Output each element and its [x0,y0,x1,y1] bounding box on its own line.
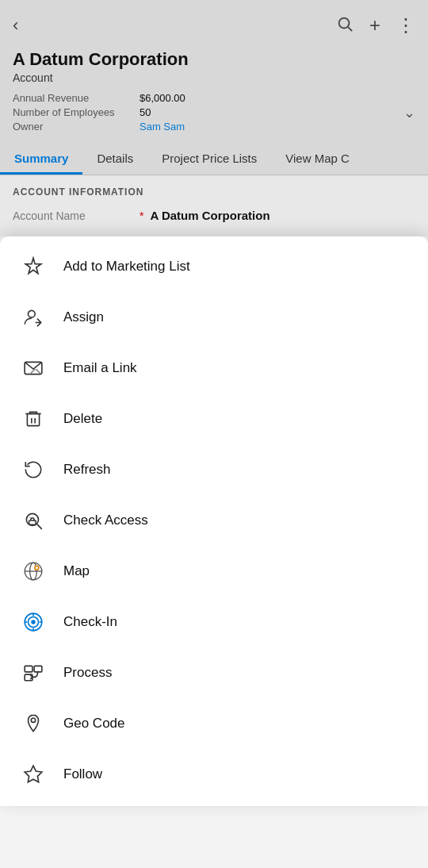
account-name-value: A Datum Corporation [150,209,269,222]
field-employees: Number of Employees 50 [13,106,415,118]
menu-label-check-in: Check-In [63,614,117,630]
menu-label-delete: Delete [63,411,102,427]
svg-point-0 [339,17,350,28]
check-access-icon [19,506,48,535]
svg-marker-27 [25,766,42,782]
context-menu: Add to Marketing List Assign Email a Lin… [0,236,428,806]
account-name-row: Account Name * A Datum Corporation [13,209,415,222]
email-icon [19,354,48,382]
field-value-revenue: $6,000.00 [139,92,185,104]
map-icon [19,557,48,586]
tab-view-map[interactable]: View Map C [271,144,364,175]
process-icon [19,659,48,687]
refresh-icon [19,455,48,484]
menu-item-geo-code[interactable]: Geo Code [0,698,428,749]
menu-label-check-access: Check Access [63,513,148,528]
svg-point-26 [31,718,35,722]
back-button[interactable]: ‹ [13,15,18,36]
check-in-icon [19,608,48,636]
more-options-icon[interactable]: ⋮ [396,14,415,36]
tabs-bar: Summary Details Project Price Lists View… [0,144,428,175]
svg-point-7 [26,513,38,525]
svg-rect-4 [27,414,39,426]
menu-item-email-a-link[interactable]: Email a Link [0,343,428,394]
svg-line-1 [348,27,352,31]
menu-item-process[interactable]: Process [0,647,428,698]
menu-label-email-a-link: Email a Link [63,360,137,376]
field-label-owner: Owner [13,121,139,133]
menu-label-add-to-marketing-list: Add to Marketing List [63,259,190,275]
account-header: A Datum Corporation Account Annual Reven… [0,44,428,144]
menu-item-delete[interactable]: Delete [0,394,428,444]
svg-rect-23 [25,666,32,672]
account-name-label: Account Name [13,209,139,222]
add-button[interactable]: + [369,14,380,36]
top-bar: ‹ + ⋮ [0,0,428,44]
field-value-employees: 50 [139,106,151,118]
field-value-owner[interactable]: Sam Sam [139,121,185,133]
field-label-revenue: Annual Revenue [13,92,139,104]
menu-label-map: Map [63,563,90,579]
tab-details[interactable]: Details [82,144,147,175]
account-info-section: ACCOUNT INFORMATION Account Name * A Dat… [0,175,428,236]
svg-point-18 [31,620,35,624]
svg-line-8 [37,524,42,529]
menu-label-follow: Follow [63,766,102,782]
tab-project-price-lists[interactable]: Project Price Lists [147,144,271,175]
follow-icon [19,760,48,789]
menu-item-check-access[interactable]: Check Access [0,495,428,546]
menu-item-check-in[interactable]: Check-In [0,597,428,647]
company-name: A Datum Corporation [13,49,415,70]
svg-point-15 [36,567,38,569]
svg-rect-10 [29,520,36,524]
tab-summary[interactable]: Summary [0,144,82,175]
entity-type: Account [13,71,415,84]
chevron-down-icon[interactable]: ⌄ [403,104,415,121]
field-owner: Owner Sam Sam [13,121,415,133]
geo-code-icon [19,709,48,738]
menu-item-assign[interactable]: Assign [0,292,428,343]
menu-label-geo-code: Geo Code [63,716,125,732]
menu-item-follow[interactable]: Follow [0,749,428,800]
search-icon[interactable] [336,15,353,36]
fields-row: Annual Revenue $6,000.00 Number of Emplo… [13,92,415,133]
svg-point-2 [29,310,36,317]
required-star: * [139,209,143,222]
svg-rect-24 [34,666,42,672]
section-title: ACCOUNT INFORMATION [13,186,415,198]
field-annual-revenue: Annual Revenue $6,000.00 [13,92,415,104]
menu-label-process: Process [63,665,112,681]
delete-icon [19,405,48,433]
assign-icon [19,303,48,332]
menu-label-refresh: Refresh [63,462,111,478]
menu-item-refresh[interactable]: Refresh [0,444,428,495]
menu-item-map[interactable]: Map [0,546,428,597]
menu-label-assign: Assign [63,309,104,325]
menu-item-add-to-marketing-list[interactable]: Add to Marketing List [0,241,428,292]
marketing-icon [19,252,48,281]
field-label-employees: Number of Employees [13,106,139,118]
